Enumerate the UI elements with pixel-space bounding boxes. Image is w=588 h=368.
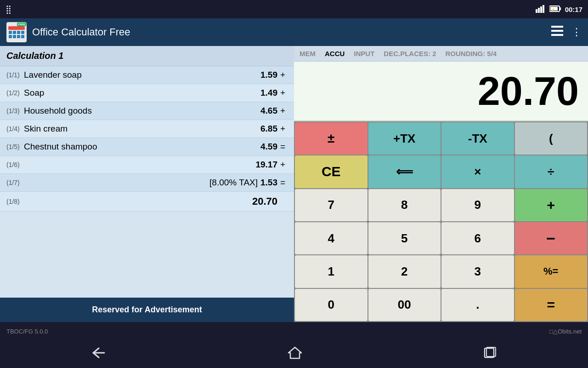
btn-percent-eq[interactable]: %= xyxy=(515,255,588,288)
row-value-2: 1.49 xyxy=(260,88,277,98)
btn-5[interactable]: 5 xyxy=(368,222,441,254)
calc-row-8[interactable]: (1/8) 20.70 xyxy=(0,192,294,212)
nav-back-button[interactable] xyxy=(90,346,107,362)
calc-row-6[interactable]: (1/6) 19.17 + xyxy=(0,156,294,174)
calc-row-5[interactable]: (1/5) Chestnut shampoo 4.59 = xyxy=(0,138,294,156)
row-op-4: + xyxy=(280,124,288,134)
nav-recents-button[interactable] xyxy=(483,346,498,362)
row-op-1: + xyxy=(280,70,288,80)
btn-00[interactable]: 00 xyxy=(368,289,441,321)
row-value-6: 19.17 xyxy=(255,160,277,170)
btn-2[interactable]: 2 xyxy=(368,255,441,288)
ad-banner: Reserved for Advertisement xyxy=(0,298,294,322)
btn-multiply[interactable]: × xyxy=(441,155,514,188)
btn-minus[interactable]: − xyxy=(515,222,588,254)
time-display: 00:17 xyxy=(565,6,582,13)
row-index-1: (1/1) xyxy=(6,71,24,79)
footer-left: TBOC/FG 5.0.0 xyxy=(6,328,48,335)
row-index-5: (1/5) xyxy=(6,143,24,150)
free-badge: FREE xyxy=(17,23,26,26)
row-value-8: 20.70 xyxy=(252,196,277,207)
btn-3[interactable]: 3 xyxy=(441,255,514,288)
row-name-5: Chestnut shampoo xyxy=(24,142,260,152)
btn-ce[interactable]: CE xyxy=(295,155,368,188)
row-index-2: (1/2) xyxy=(6,89,24,97)
mode-accu[interactable]: ACCU xyxy=(325,50,345,58)
row-op-5: = xyxy=(280,142,288,152)
mode-mem[interactable]: MEM xyxy=(300,50,316,58)
btn-6[interactable]: 6 xyxy=(441,222,514,254)
calc-row-2[interactable]: (1/2) Soap 1.49 + xyxy=(0,84,294,102)
row-op-3: + xyxy=(280,106,288,116)
row-index-3: (1/3) xyxy=(6,107,24,115)
row-index-4: (1/4) xyxy=(6,125,24,132)
app-icon-grid xyxy=(9,31,24,38)
svg-rect-3 xyxy=(543,5,544,13)
btn-7[interactable]: 7 xyxy=(295,189,368,221)
signal-icon xyxy=(536,5,546,14)
row-value-3: 4.65 xyxy=(260,106,277,116)
row-name-1: Lavender soap xyxy=(24,70,260,80)
btn-backspace[interactable]: ⟸ xyxy=(368,155,441,188)
list-icon[interactable] xyxy=(551,26,563,39)
row-op-6: + xyxy=(280,160,288,170)
mode-rounding[interactable]: ROUNDING: 5/4 xyxy=(446,50,497,58)
calc-row-7[interactable]: (1/7) [8.00% TAX] 1.53 = xyxy=(0,174,294,192)
btn-plus-tax[interactable]: +TX xyxy=(368,122,441,155)
svg-text:⚡: ⚡ xyxy=(551,7,555,12)
btn-dot[interactable]: . xyxy=(441,289,514,321)
btn-1[interactable]: 1 xyxy=(295,255,368,288)
row-name-7: [8.00% TAX] xyxy=(24,178,258,188)
svg-rect-10 xyxy=(551,34,563,36)
more-options-icon[interactable]: ⋮ xyxy=(571,26,582,38)
calc-buttons: ± +TX -TX ( CE ⟸ × ÷ 7 8 9 + 4 5 6 − 1 2… xyxy=(294,121,588,322)
app-icon: FREE xyxy=(6,22,27,42)
row-name-3: Household goods xyxy=(24,106,260,116)
footer-bar: TBOC/FG 5.0.0 □△Obits.net xyxy=(0,322,588,340)
svg-marker-12 xyxy=(288,347,301,358)
app-title: Office Calculator Free xyxy=(32,26,546,38)
row-index-6: (1/6) xyxy=(6,161,24,168)
btn-plus[interactable]: + xyxy=(515,189,588,221)
row-index-8: (1/8) xyxy=(6,198,24,205)
status-grid-icon: ⣿ xyxy=(6,4,11,14)
btn-plusminus[interactable]: ± xyxy=(295,122,368,155)
btn-9[interactable]: 9 xyxy=(441,189,514,221)
btn-8[interactable]: 8 xyxy=(368,189,441,221)
row-value-4: 6.85 xyxy=(260,124,277,134)
app-bar: FREE Office Calculator Free ⋮ xyxy=(0,18,588,46)
calc-row-3[interactable]: (1/3) Household goods 4.65 + xyxy=(0,102,294,120)
calc-row-4[interactable]: (1/4) Skin cream 6.85 + xyxy=(0,120,294,138)
app-icon-strip xyxy=(8,26,25,30)
battery-icon: ⚡ xyxy=(549,5,561,14)
btn-4[interactable]: 4 xyxy=(295,222,368,254)
svg-rect-9 xyxy=(551,30,563,32)
footer-right: □△Obits.net xyxy=(549,328,582,335)
row-name-4: Skin cream xyxy=(24,124,260,134)
row-index-7: (1/7) xyxy=(6,179,24,186)
btn-divide[interactable]: ÷ xyxy=(515,155,588,188)
calc-row-1[interactable]: (1/1) Lavender soap 1.59 + xyxy=(0,66,294,84)
btn-equals[interactable]: = xyxy=(515,289,588,321)
bottom-nav-bar xyxy=(0,340,588,368)
calc-mode-bar: MEM ACCU INPUT DEC.PLACES: 2 ROUNDING: 5… xyxy=(294,46,588,62)
svg-rect-1 xyxy=(538,8,540,13)
btn-minus-tax[interactable]: -TX xyxy=(441,122,514,155)
row-op-2: + xyxy=(280,88,288,98)
status-bar: ⣿ ⚡ 00:17 xyxy=(0,0,588,18)
main-content: Calculation 1 (1/1) Lavender soap 1.59 +… xyxy=(0,46,588,322)
btn-paren-l[interactable]: ( xyxy=(515,122,588,155)
mode-input[interactable]: INPUT xyxy=(354,50,374,58)
svg-rect-0 xyxy=(536,9,537,13)
svg-rect-2 xyxy=(540,6,542,13)
mode-dec-places[interactable]: DEC.PLACES: 2 xyxy=(384,50,436,58)
btn-0[interactable]: 0 xyxy=(295,289,368,321)
row-op-7: = xyxy=(280,178,288,188)
row-value-5: 4.59 xyxy=(260,142,277,152)
calc-display: 20.70 xyxy=(294,62,588,121)
calc-list-header: Calculation 1 xyxy=(0,46,294,66)
calculator: MEM ACCU INPUT DEC.PLACES: 2 ROUNDING: 5… xyxy=(294,46,588,322)
svg-rect-8 xyxy=(551,26,563,28)
row-value-1: 1.59 xyxy=(260,70,277,80)
nav-home-button[interactable] xyxy=(288,346,302,362)
